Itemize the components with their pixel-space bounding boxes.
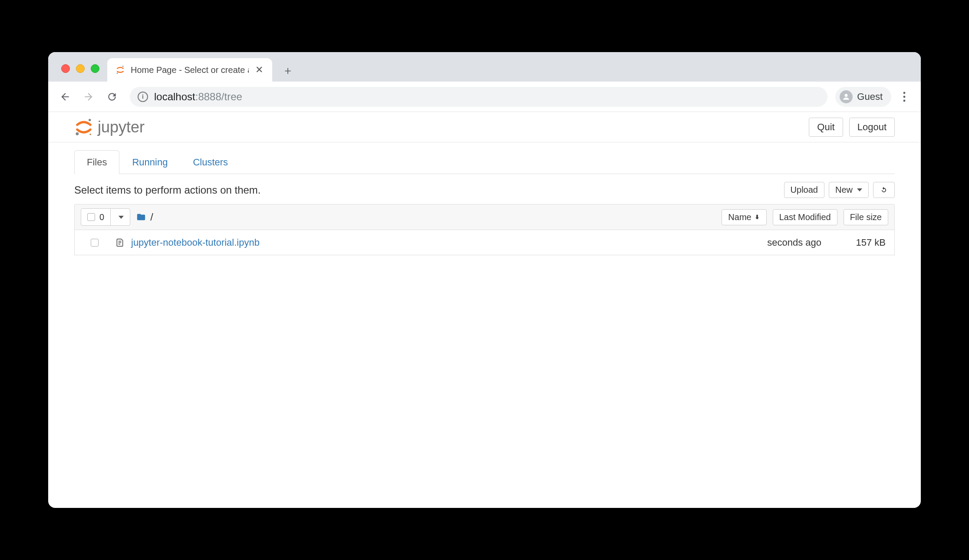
browser-menu-button[interactable] <box>895 87 914 106</box>
sort-name-button[interactable]: Name <box>722 209 766 225</box>
forward-button[interactable] <box>79 87 99 107</box>
actions-row: Select items to perform actions on them.… <box>74 174 895 204</box>
svg-point-5 <box>903 99 906 102</box>
browser-toolbar: i localhost:8888/tree Guest <box>48 82 921 112</box>
tab-clusters[interactable]: Clusters <box>180 150 241 174</box>
svg-point-8 <box>89 133 91 135</box>
main-tabs: Files Running Clusters <box>74 150 895 174</box>
logout-button[interactable]: Logout <box>849 118 895 137</box>
refresh-icon <box>880 186 888 194</box>
file-list-header: 0 / Name Last Modified File size <box>74 204 895 230</box>
tab-files[interactable]: Files <box>74 150 119 174</box>
caret-down-icon <box>857 188 862 191</box>
svg-point-4 <box>903 96 906 98</box>
profile-chip[interactable]: Guest <box>835 87 891 107</box>
window-controls <box>53 64 107 82</box>
refresh-button[interactable] <box>873 182 895 198</box>
selected-count: 0 <box>99 212 104 222</box>
sort-modified-button[interactable]: Last Modified <box>773 209 837 225</box>
jupyter-logo-icon <box>74 118 93 137</box>
new-label: New <box>835 185 853 195</box>
close-window-button[interactable] <box>61 64 70 73</box>
svg-point-6 <box>89 119 91 121</box>
minimize-window-button[interactable] <box>76 64 85 73</box>
svg-point-2 <box>845 94 848 97</box>
svg-point-3 <box>903 92 906 94</box>
svg-point-0 <box>122 66 124 67</box>
jupyter-favicon-icon <box>115 65 125 75</box>
jupyter-logo[interactable]: jupyter <box>74 118 145 137</box>
selection-hint: Select items to perform actions on them. <box>74 184 261 196</box>
close-tab-button[interactable]: ✕ <box>254 65 264 75</box>
breadcrumb[interactable]: / <box>136 211 153 223</box>
jupyter-header: jupyter Quit Logout <box>48 112 921 142</box>
sort-down-icon <box>754 214 760 220</box>
select-menu-caret-icon <box>119 216 124 219</box>
url-host: localhost <box>154 91 195 103</box>
file-size: 157 kB <box>827 237 888 248</box>
file-row-checkbox[interactable] <box>91 239 99 247</box>
site-info-icon[interactable]: i <box>138 92 148 102</box>
folder-icon <box>136 212 146 222</box>
browser-tab[interactable]: Home Page - Select or create a n ✕ <box>107 58 272 82</box>
tab-strip: Home Page - Select or create a n ✕ ＋ <box>48 52 921 82</box>
url-port: :8888 <box>195 91 221 103</box>
jupyter-logo-text: jupyter <box>98 118 145 136</box>
notebook-icon <box>115 238 125 247</box>
new-tab-button[interactable]: ＋ <box>278 61 297 80</box>
address-bar[interactable]: i localhost:8888/tree <box>130 87 827 107</box>
select-all-control[interactable]: 0 <box>81 208 130 226</box>
back-button[interactable] <box>55 87 75 107</box>
file-modified: seconds ago <box>735 237 821 248</box>
url-path: /tree <box>221 91 242 103</box>
jupyter-body: Files Running Clusters Select items to p… <box>48 142 921 263</box>
name-col-label: Name <box>728 212 751 222</box>
profile-label: Guest <box>857 91 883 102</box>
svg-point-7 <box>76 132 79 135</box>
file-row: jupyter-notebook-tutorial.ipynb seconds … <box>74 230 895 255</box>
header-buttons: Quit Logout <box>809 118 895 137</box>
svg-point-1 <box>117 72 118 74</box>
tab-title: Home Page - Select or create a n <box>131 65 249 75</box>
avatar-icon <box>840 90 853 103</box>
upload-button[interactable]: Upload <box>784 182 824 198</box>
browser-window: Home Page - Select or create a n ✕ ＋ i l… <box>48 52 921 508</box>
url-text: localhost:8888/tree <box>154 91 242 103</box>
new-dropdown[interactable]: New <box>829 182 869 198</box>
breadcrumb-root: / <box>150 211 153 223</box>
select-all-checkbox[interactable] <box>87 213 95 221</box>
tab-running[interactable]: Running <box>119 150 180 174</box>
reload-button[interactable] <box>102 87 122 107</box>
sort-size-button[interactable]: File size <box>844 209 888 225</box>
quit-button[interactable]: Quit <box>809 118 843 137</box>
maximize-window-button[interactable] <box>91 64 99 73</box>
right-actions: Upload New <box>784 182 895 198</box>
file-link[interactable]: jupyter-notebook-tutorial.ipynb <box>131 237 728 248</box>
